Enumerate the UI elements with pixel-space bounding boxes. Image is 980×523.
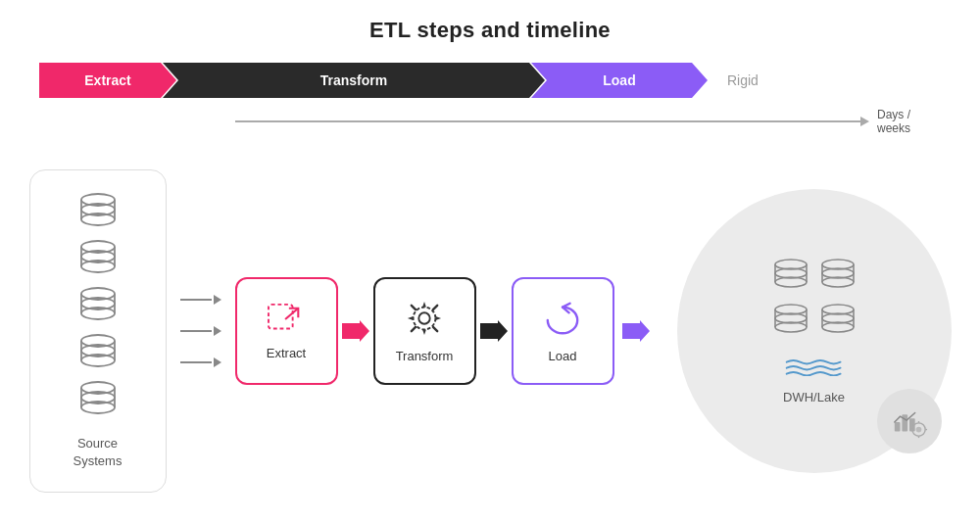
source-arrow-3 (180, 357, 221, 367)
svg-point-57 (915, 427, 921, 433)
source-arrows-group (180, 295, 221, 367)
timeline-arrow-row: Days / weeks (39, 108, 941, 135)
etl-extract-label: Extract (267, 346, 306, 360)
timeline-load: Load (531, 63, 708, 98)
dwh-db-1 (772, 259, 809, 294)
svg-marker-27 (342, 320, 369, 342)
dwh-db-grid (772, 259, 857, 339)
timeline-transform-label: Transform (320, 72, 387, 88)
arrow-head (860, 117, 869, 126)
timeline-rigid-label: Rigid (727, 72, 759, 88)
source-systems-label: SourceSystems (74, 435, 122, 470)
svg-point-28 (418, 312, 429, 323)
analytics-badge (877, 389, 942, 453)
db-icon-3 (79, 287, 117, 322)
dwh-db-2 (819, 259, 857, 294)
source-arrow-2 (180, 326, 221, 336)
etl-extract-box: Extract (235, 277, 338, 385)
etl-transform-label: Transform (396, 349, 454, 363)
svg-point-29 (414, 307, 436, 329)
svg-line-26 (285, 308, 298, 318)
svg-marker-32 (622, 320, 650, 342)
svg-marker-31 (480, 320, 508, 342)
dwh-label: DWH/Lake (783, 390, 845, 404)
timeline-extract: Extract (39, 63, 176, 98)
extract-icon (267, 303, 306, 338)
db-icon-1 (79, 193, 117, 228)
source-systems-box: SourceSystems (29, 169, 167, 493)
source-arrow-1 (180, 295, 221, 305)
timeline-arrow-line: Days / weeks (235, 108, 941, 135)
etl-transform-box: Transform (373, 277, 476, 385)
db-icon-2 (79, 240, 117, 275)
etl-load-label: Load (549, 349, 577, 363)
timeline-extract-label: Extract (84, 72, 130, 88)
transform-icon (406, 300, 443, 341)
timeline-rigid: Rigid (708, 63, 825, 98)
days-weeks-label: Days / weeks (877, 108, 941, 135)
svg-rect-53 (894, 422, 900, 432)
timeline-transform: Transform (163, 63, 545, 98)
load-icon (544, 300, 581, 341)
db-icon-5 (79, 381, 117, 416)
dwh-db-3 (772, 304, 809, 339)
timeline-container: Extract Transform Load Rigid (39, 59, 941, 102)
etl-steps: Extract (235, 277, 658, 385)
etl-arrow-transform-load (480, 320, 508, 342)
etl-load-box: Load (512, 277, 614, 385)
dwh-circle-area: DWH/Lake (677, 189, 952, 473)
waves-icon (785, 357, 844, 380)
diagram-area: SourceSystems (20, 139, 960, 523)
arrow-line-inner (235, 120, 860, 122)
to-dwh-arrow (622, 320, 650, 342)
svg-rect-54 (902, 414, 907, 431)
etl-arrow-extract-transform (342, 320, 369, 342)
timeline-load-label: Load (603, 72, 635, 88)
db-icon-4 (79, 334, 117, 369)
dwh-db-4 (819, 304, 857, 339)
page-title: ETL steps and timeline (369, 18, 611, 43)
timeline-bar: Extract Transform Load Rigid (39, 63, 843, 98)
